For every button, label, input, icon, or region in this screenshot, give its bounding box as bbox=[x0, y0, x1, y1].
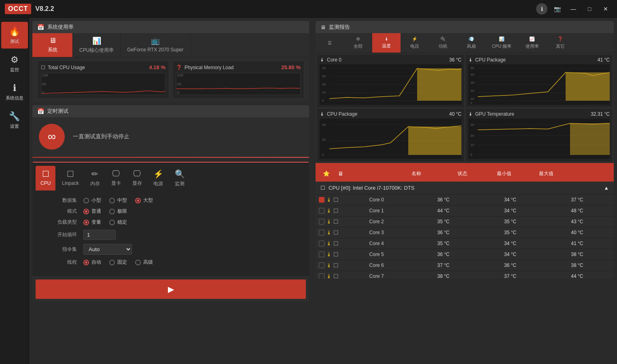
tab-other[interactable]: ❓ 其它 bbox=[546, 33, 575, 53]
row-1-checkbox[interactable] bbox=[319, 208, 324, 214]
all-icon: ⚙ bbox=[356, 36, 360, 42]
thread-advanced[interactable]: 高级 bbox=[135, 259, 153, 266]
display-button[interactable]: 🖥 bbox=[335, 168, 346, 179]
core0-chart-area: 40 30 20 10 0 bbox=[320, 64, 462, 105]
tab-cpufreq[interactable]: 📊 CPU 频率 bbox=[486, 33, 518, 53]
setting-threads: 线程 自动 固定 高级 bbox=[40, 259, 301, 266]
tab-fan[interactable]: 💨 风扇 bbox=[457, 33, 486, 53]
mem-metric-icon: ❓ bbox=[176, 65, 182, 70]
wrench-icon: 🔧 bbox=[9, 111, 20, 122]
collapse-icon[interactable]: ▲ bbox=[604, 185, 609, 191]
chart-cpu-pkg-header: 🌡 CPU Package 41 °C bbox=[468, 57, 610, 63]
tab-cpufreq-label: CPU 频率 bbox=[492, 43, 511, 49]
mode-extreme[interactable]: 极限 bbox=[109, 208, 127, 215]
row-6-checkbox[interactable] bbox=[319, 262, 324, 268]
cpu-pkg-icon: 🌡 bbox=[468, 57, 473, 63]
camera-button[interactable]: 📷 bbox=[551, 3, 564, 15]
content-area: 📅 系统使用率 🖥 系统 📊 CPU核心使用率 📺 GeForce RTX 20… bbox=[29, 18, 617, 364]
tab-power[interactable]: 🔌 功耗 bbox=[429, 33, 457, 53]
tab-gpu[interactable]: 📺 GeForce RTX 2070 Super bbox=[121, 33, 190, 57]
sidebar-item-sysinfo[interactable]: ℹ 系统信息 bbox=[1, 78, 28, 105]
row-7-checkbox[interactable] bbox=[319, 273, 324, 279]
table-row: 🌡 ☐ Core 4 35 °C 34 °C 41 °C bbox=[316, 238, 614, 249]
tab-system[interactable]: 🖥 系统 bbox=[32, 33, 73, 57]
tab-all[interactable]: ⚙ 全部 bbox=[344, 33, 372, 53]
table-scroll[interactable]: ☐ CPU [#0]: Intel Core i7-10700K: DTS ▲ … bbox=[316, 182, 614, 279]
mem-load-chart: 100500 bbox=[176, 73, 301, 95]
tab-monitor-test[interactable]: 🔍 监测 bbox=[170, 166, 190, 190]
tab-power[interactable]: ⚡ 电源 bbox=[148, 166, 168, 190]
threads-label: 线程 bbox=[40, 259, 77, 266]
tab-menu[interactable]: ☰ bbox=[316, 33, 344, 53]
row-3-temp-icon: 🌡 bbox=[326, 229, 332, 236]
row-6-icons: 🌡 ☐ bbox=[319, 262, 343, 269]
sidebar-item-settings[interactable]: 🔧 设置 bbox=[1, 107, 28, 133]
dataset-medium[interactable]: 中型 bbox=[109, 197, 127, 204]
row-2-status: 35 °C bbox=[410, 219, 477, 224]
mode-normal[interactable]: 普通 bbox=[83, 208, 101, 215]
title-bar: OCCT V8.2.2 ℹ 📷 — □ ✕ bbox=[0, 0, 617, 18]
table-column-headers: 名称 状态 最小值 最大值 bbox=[350, 170, 609, 177]
tab-vram[interactable]: 🖵 显存 bbox=[127, 166, 147, 190]
close-button[interactable]: ✕ bbox=[599, 3, 612, 15]
row-4-checkbox[interactable] bbox=[319, 241, 324, 246]
tab-memory[interactable]: ✏ 内存 bbox=[85, 166, 105, 190]
tab-cpu[interactable]: ☐ CPU bbox=[36, 166, 55, 190]
scheduled-test-title: 定时测试 bbox=[47, 108, 68, 115]
svg-rect-38 bbox=[570, 123, 610, 155]
tab-temp[interactable]: 🌡 温度 bbox=[372, 33, 401, 53]
star-button[interactable]: ⭐ bbox=[320, 168, 332, 179]
usage-tabs: 🖥 系统 📊 CPU核心使用率 📺 GeForce RTX 2070 Super bbox=[32, 33, 309, 57]
row-5-checkbox[interactable] bbox=[319, 252, 324, 257]
svg-text:30: 30 bbox=[322, 74, 326, 78]
row-3-checkbox[interactable] bbox=[319, 230, 324, 235]
tab-cpu-label: CPU bbox=[40, 180, 51, 186]
setting-start-loop: 开始循环 bbox=[40, 230, 301, 240]
row-4-status: 35 °C bbox=[410, 241, 477, 246]
row-6-name: Core 6 bbox=[343, 262, 410, 268]
instruction-select[interactable]: Auto SSE AVX AVX2 AVX512 bbox=[83, 244, 132, 255]
tab-cpu-core[interactable]: 📊 CPU核心使用率 bbox=[73, 33, 121, 57]
row-2-checkbox[interactable] bbox=[319, 219, 324, 224]
row-1-icons: 🌡 ☐ bbox=[319, 207, 343, 214]
start-loop-input[interactable] bbox=[83, 230, 116, 240]
core0-temp-icon: 🌡 bbox=[320, 57, 324, 63]
infinity-button[interactable]: ∞ bbox=[39, 124, 65, 150]
cpu-icon: ☐ bbox=[42, 169, 49, 179]
sidebar-item-test[interactable]: 🔥 测试 bbox=[1, 22, 28, 49]
thread-fixed[interactable]: 固定 bbox=[109, 259, 127, 266]
cpu-pkg2-value: 40 °C bbox=[449, 111, 461, 117]
tab-usage-label: 使用率 bbox=[526, 43, 539, 49]
minimize-button[interactable]: — bbox=[567, 3, 580, 15]
row-1-status: 44 °C bbox=[410, 208, 477, 214]
dataset-large-label: 大型 bbox=[143, 197, 153, 204]
svg-text:30: 30 bbox=[470, 123, 474, 127]
info-button[interactable]: ℹ bbox=[536, 3, 547, 15]
row-6-max: 38 °C bbox=[544, 262, 611, 268]
cpu-metric-title: ☐ Total CPU Usage bbox=[41, 65, 85, 70]
tab-gpu-test[interactable]: 🖵 显卡 bbox=[106, 166, 126, 190]
cpu-tab-icon: 📊 bbox=[92, 36, 101, 45]
thread-auto[interactable]: 自动 bbox=[83, 259, 101, 266]
tab-usage[interactable]: 📈 使用率 bbox=[518, 33, 546, 53]
maximize-button[interactable]: □ bbox=[583, 3, 596, 15]
load-stable[interactable]: 稳定 bbox=[109, 219, 127, 226]
load-variable[interactable]: 变量 bbox=[83, 219, 101, 226]
system-usage-title: 系统使用率 bbox=[47, 23, 74, 31]
chart-gpu-temp: 🌡 GPU Temperature 32.31 °C 30 20 10 0 bbox=[466, 109, 613, 161]
cpu-usage-card: ☐ Total CPU Usage 4.18 % 100500 bbox=[37, 61, 169, 99]
dataset-large[interactable]: 大型 bbox=[135, 197, 153, 204]
sidebar-item-monitor[interactable]: ⚙ 监控 bbox=[1, 50, 28, 77]
dataset-small[interactable]: 小型 bbox=[83, 197, 101, 204]
mem-metric-header: ❓ Physical Memory Load 25.80 % bbox=[176, 64, 301, 70]
svg-text:10: 10 bbox=[322, 90, 326, 94]
radio-variable bbox=[83, 220, 89, 225]
row-4-min: 34 °C bbox=[477, 241, 544, 246]
tab-linpack[interactable]: ☐ Linpack bbox=[57, 166, 83, 190]
menu-icon: ☰ bbox=[328, 40, 332, 46]
radio-normal bbox=[83, 209, 89, 214]
tab-voltage[interactable]: ⚡ 电压 bbox=[401, 33, 429, 53]
start-button-bar[interactable]: ▶ bbox=[36, 279, 306, 299]
row-0-checkbox[interactable] bbox=[319, 197, 324, 203]
schedule-description: 一直测试直到手动停止 bbox=[73, 133, 129, 140]
